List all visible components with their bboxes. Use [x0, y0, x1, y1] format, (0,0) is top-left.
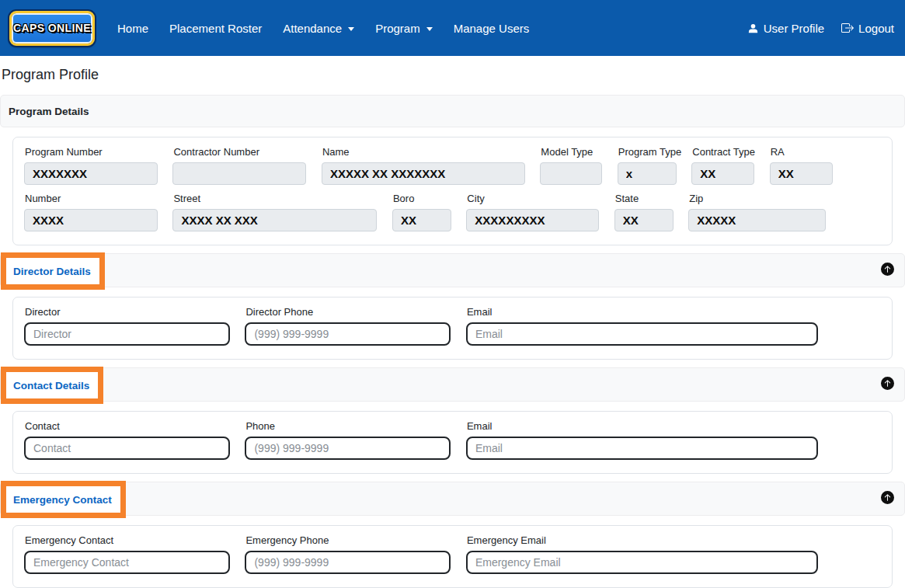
emergency-collapse-button[interactable] — [881, 491, 894, 506]
model-type-label: Model Type — [541, 145, 602, 159]
city-label: City — [467, 192, 599, 206]
caret-down-icon — [348, 27, 354, 31]
caret-down-icon — [426, 27, 433, 31]
contract-type-input — [691, 162, 754, 185]
logout-link[interactable]: Logout — [841, 22, 894, 35]
field-program-type: Program Type — [618, 145, 677, 185]
name-label: Name — [322, 145, 525, 159]
state-input — [614, 209, 674, 231]
program-details-title: Program Details — [9, 106, 89, 117]
caps-online-logo[interactable]: CAPS ONLINE — [9, 11, 95, 46]
nav-program-dropdown[interactable]: Program — [375, 22, 433, 35]
contractor-number-input — [172, 162, 306, 185]
logout-icon — [841, 22, 854, 34]
field-phone: Phone — [245, 419, 451, 460]
user-profile-link[interactable]: User Profile — [747, 22, 824, 35]
boro-input — [392, 209, 451, 231]
nav-manage-users[interactable]: Manage Users — [454, 22, 530, 35]
number-input — [24, 209, 158, 231]
arrow-up-circle-icon — [881, 491, 894, 506]
annotation-highlight-emergency: Emergency Contact — [1, 481, 126, 518]
field-contact-email: Email — [466, 419, 818, 460]
emergency-email-label: Emergency Email — [467, 534, 818, 548]
user-profile-label: User Profile — [764, 22, 824, 35]
annotation-highlight-contact: Contact Details — [1, 367, 103, 404]
street-label: Street — [173, 192, 377, 206]
field-director-email: Email — [466, 305, 818, 346]
field-city: City — [466, 192, 599, 231]
emergency-phone-input[interactable] — [245, 551, 451, 574]
emergency-contact-input[interactable] — [24, 551, 230, 574]
arrow-up-circle-icon — [881, 377, 894, 392]
program-details-row-2: Number Street Boro City State Zip — [24, 192, 881, 231]
field-name: Name — [322, 145, 525, 185]
director-collapse-button[interactable] — [881, 263, 894, 278]
nav-home[interactable]: Home — [117, 22, 148, 35]
nav-program-label: Program — [375, 22, 420, 35]
program-details-row-1: Program Number Contractor Number Name Mo… — [24, 145, 881, 185]
nav-links: Home Placement Roster Attendance Program… — [117, 22, 529, 35]
annotation-highlight-director: Director Details — [1, 252, 105, 290]
emergency-contact-toggle[interactable]: Emergency Contact — [13, 494, 112, 506]
program-type-label: Program Type — [618, 145, 677, 159]
contract-type-label: Contract Type — [692, 145, 754, 159]
brand-text: CAPS ONLINE — [13, 22, 91, 34]
ra-input — [770, 162, 833, 185]
street-input — [172, 209, 377, 231]
field-boro: Boro — [392, 192, 451, 231]
field-ra: RA — [770, 145, 833, 185]
field-contractor-number: Contractor Number — [172, 145, 306, 185]
section-header-program-details: Program Details — [0, 95, 905, 127]
contact-details-toggle[interactable]: Contact Details — [13, 380, 89, 391]
director-row: Director Director Phone Email — [24, 305, 881, 346]
nav-attendance-dropdown[interactable]: Attendance — [283, 22, 354, 35]
page-title: Program Profile — [2, 66, 905, 84]
person-icon — [747, 23, 759, 34]
emergency-phone-label: Emergency Phone — [245, 534, 451, 548]
name-input — [322, 162, 525, 185]
program-type-input — [618, 162, 677, 185]
contact-input[interactable] — [24, 437, 230, 460]
director-input[interactable] — [24, 322, 230, 346]
field-emergency-contact: Emergency Contact — [24, 534, 230, 574]
nav-attendance-label: Attendance — [283, 22, 342, 35]
section-header-emergency-contact: Emergency Contact — [0, 482, 905, 516]
contact-email-input[interactable] — [466, 437, 818, 460]
field-emergency-email: Emergency Email — [466, 534, 818, 574]
field-state: State — [614, 192, 674, 231]
field-contact: Contact — [24, 419, 230, 460]
contact-label: Contact — [25, 419, 230, 433]
field-street: Street — [172, 192, 377, 231]
contact-collapse-button[interactable] — [881, 377, 894, 392]
field-zip: Zip — [688, 192, 826, 231]
contact-details-card: Contact Phone Email — [12, 411, 893, 474]
ra-label: RA — [771, 145, 833, 159]
phone-label: Phone — [245, 419, 451, 433]
contact-row: Contact Phone Email — [24, 419, 881, 460]
director-email-input[interactable] — [466, 322, 818, 346]
contractor-number-label: Contractor Number — [173, 145, 306, 159]
section-header-director-details: Director Details — [0, 253, 905, 287]
director-details-card: Director Director Phone Email — [12, 297, 893, 360]
field-contract-type: Contract Type — [691, 145, 754, 185]
field-director-phone: Director Phone — [245, 305, 451, 346]
director-phone-input[interactable] — [245, 322, 451, 346]
logout-label: Logout — [858, 22, 894, 35]
field-number: Number — [24, 192, 158, 231]
emergency-email-input[interactable] — [466, 551, 818, 574]
arrow-up-circle-icon — [881, 263, 894, 278]
director-details-toggle[interactable]: Director Details — [13, 266, 91, 277]
emergency-contact-label: Emergency Contact — [25, 534, 230, 548]
contact-email-label: Email — [467, 419, 818, 433]
model-type-input — [540, 162, 602, 185]
phone-input[interactable] — [245, 437, 451, 460]
field-program-number: Program Number — [24, 145, 158, 185]
zip-input — [688, 209, 826, 231]
boro-label: Boro — [393, 192, 451, 206]
city-input — [466, 209, 599, 231]
director-label: Director — [25, 305, 230, 319]
top-navbar: CAPS ONLINE Home Placement Roster Attend… — [0, 0, 905, 56]
nav-placement-roster[interactable]: Placement Roster — [169, 22, 262, 35]
nav-right: User Profile Logout — [747, 22, 894, 35]
program-details-card: Program Number Contractor Number Name Mo… — [12, 137, 893, 245]
